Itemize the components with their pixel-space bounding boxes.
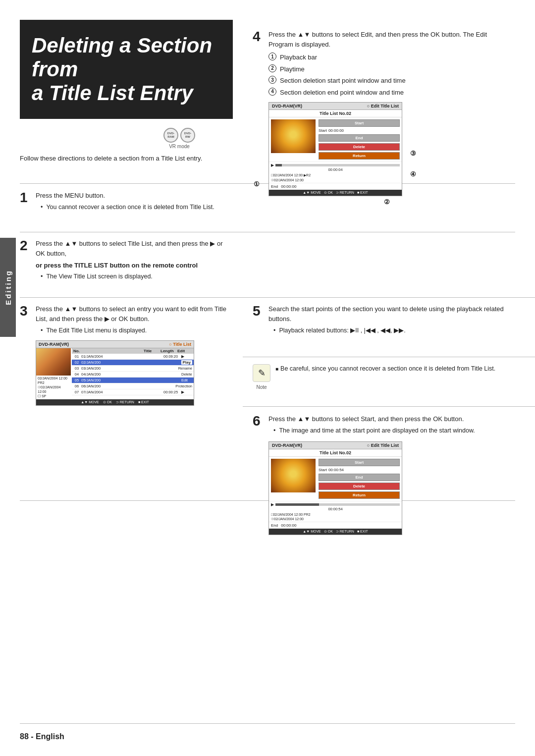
screen-2-thumbnail [271, 119, 316, 153]
screen-1-container: DVD-RAM(VR) ○ Title List 02/JAN/2004 12:… [36, 340, 233, 405]
step-5: 5 Search the start points of the section… [253, 304, 505, 335]
screen-1-table: No. Title Length Edit 0101/JAN/200400:09… [72, 348, 194, 399]
delete-btn-3[interactable]: Delete [319, 483, 400, 490]
dvd-rw-icon: DVD-RW [180, 128, 195, 143]
annotation-3: ③ [410, 150, 416, 157]
step-4-item-1: 1 Playback bar [268, 53, 505, 62]
screen-2-info2: ☉02/JAN/2004 12:00 [269, 178, 402, 183]
step-2-bullet: The View Title List screen is displayed. [41, 272, 233, 281]
screen-1-bottom: ▲▼ MOVE ⊙ OK ⊃ RETURN ■ EXIT [36, 399, 194, 405]
screen-3-thumbnail [271, 459, 316, 492]
screen-2-controls: Start Start 00:00:00 End Delete Return [319, 119, 400, 160]
circle-2: 2 [268, 64, 276, 72]
step-6: 6 Press the ▲▼ buttons to select Start, … [253, 414, 505, 535]
screen-1-thumb-area: 02/JAN/2004 12:00 PR2 ☉02/JAN/2004 12:00… [36, 348, 72, 399]
divider-5 [243, 297, 535, 298]
intro-text: Follow these directions to delete a sect… [20, 154, 228, 163]
start-btn-3[interactable]: Start [319, 459, 400, 466]
table-row: 0505/JAN/200Edit [72, 378, 194, 383]
screen-2-body: Start Start 00:00:00 End Delete Return [269, 117, 402, 162]
mode-label: VR mode [169, 144, 190, 149]
screen-3-end-row: End 00:00:00 [269, 522, 402, 529]
step-3-content: Press the ▲▼ buttons to select an entry … [36, 304, 233, 406]
step-4: 4 Press the ▲▼ buttons to select Edit, a… [253, 30, 505, 206]
step-4-item-4: 4 Section deletion end point window and … [268, 88, 505, 98]
step-3: 3 Press the ▲▼ buttons to select an entr… [20, 304, 233, 406]
step-5-number: 5 [253, 304, 264, 335]
note-section: ✎ Note Be careful, since you cannot reco… [253, 364, 505, 390]
step-4-item-2: 2 Playtime [268, 64, 505, 74]
screen-1-thumbnail [36, 348, 71, 376]
screen-2-end-row: End 00:00:00 [269, 183, 402, 190]
start-btn[interactable]: Start [319, 119, 400, 127]
step-6-content: Press the ▲▼ buttons to select Start, an… [268, 414, 505, 535]
screen-2-title: Title List No.02 [269, 110, 402, 117]
mode-icons: DVD-RAM DVD-RW VR mode [163, 128, 195, 149]
screen-2-container: ① ③ ④ DVD-RAM(VR) ○ Edit Title List Titl… [268, 102, 505, 206]
screen-3-container: DVD-RAM(VR) ○ Edit Title List Title List… [268, 441, 505, 535]
screen-3-title: Title List No.02 [269, 449, 402, 457]
screen-2-info: □02/JAN/2004 12:00 ▶R2 [269, 173, 402, 178]
delete-btn[interactable]: Delete [319, 143, 400, 151]
end-btn[interactable]: End [319, 134, 400, 142]
return-btn[interactable]: Return [319, 152, 400, 160]
circle-1: 1 [268, 53, 276, 60]
step-3-bullet: The Edit Title List menu is displayed. [41, 326, 233, 335]
note-label: Note [256, 384, 267, 390]
step-5-bullet: Playback related buttons: ▶II , |◀◀ , ◀◀… [273, 326, 505, 335]
end-btn-3[interactable]: End [319, 474, 400, 481]
playback-bar-3 [275, 503, 400, 506]
note-content: Be careful, since you cannot recover a s… [275, 364, 505, 374]
side-tab-label: Editing [4, 270, 12, 305]
page-number: 88 - English [20, 732, 64, 741]
screen-3-bottom: ▲▼ MOVE ⊙ OK ⊃ RETURN ■ EXIT [269, 529, 402, 535]
table-row: 0606/JAN/200Protection [72, 383, 194, 389]
playback-bar [275, 164, 400, 166]
screen-3-controls: Start Start 00:00:54 End Delete Return [319, 459, 400, 499]
disc-icons-row: DVD-RAM DVD-RW [163, 128, 195, 143]
screen-3: DVD-RAM(VR) ○ Edit Title List Title List… [268, 441, 402, 535]
divider-6 [243, 357, 535, 357]
screen-3-body: Start Start 00:00:54 End Delete Return [269, 457, 402, 501]
table-row: 0303/JAN/200Rename [72, 366, 194, 372]
step-1-number: 1 [20, 191, 31, 212]
step-5-content: Search the start points of the section y… [268, 304, 505, 335]
annotation-2: ② [268, 198, 505, 206]
circle-3: 3 [268, 76, 276, 84]
step-4-content: Press the ▲▼ buttons to select Edit, and… [268, 30, 505, 206]
side-tab: Editing [0, 238, 16, 337]
screen-2-header: DVD-RAM(VR) ○ Edit Title List [269, 103, 402, 110]
step-2: 2 Press the ▲▼ buttons to select Title L… [20, 239, 233, 281]
screen-1: DVD-RAM(VR) ○ Title List 02/JAN/2004 12:… [36, 340, 194, 405]
screen-3-info2: ☉02/JAN/2004 12:00 [269, 517, 402, 522]
step-2-number: 2 [20, 239, 31, 281]
step-1: 1 Press the MENU button. You cannot reco… [20, 191, 228, 212]
table-row: 0101/JAN/200400:09:20▶ [72, 354, 194, 360]
step-6-bullet: The image and time at the start point ar… [273, 426, 505, 435]
table-row: 0202/JAN/200Play [72, 360, 194, 366]
page-title: Deleting a Section from a Title List Ent… [32, 34, 221, 106]
divider-bottom [20, 723, 515, 724]
divider-7 [243, 406, 535, 407]
screen-2-bottom: ▲▼ MOVE ⊙ OK ⊃ RETURN ■ EXIT [269, 190, 402, 196]
screen-3-header: DVD-RAM(VR) ○ Edit Title List [269, 442, 402, 449]
title-section: Deleting a Section from a Title List Ent… [20, 20, 233, 119]
screen-1-header: DVD-RAM(VR) ○ Title List [36, 341, 194, 348]
table-row: 0404/JAN/200Delete [72, 372, 194, 378]
step-4-item-3: 3 Section deletion start point window an… [268, 76, 505, 86]
screen-1-body: 02/JAN/2004 12:00 PR2 ☉02/JAN/2004 12:00… [36, 348, 194, 399]
annotation-1: ① [254, 180, 260, 188]
dvd-ram-icon: DVD-RAM [163, 128, 178, 143]
step-1-content: Press the MENU button. You cannot recove… [36, 191, 228, 212]
screen-2: DVD-RAM(VR) ○ Edit Title List Title List… [268, 102, 402, 196]
step-2-content: Press the ▲▼ buttons to select Title Lis… [36, 239, 233, 281]
step-4-number: 4 [253, 30, 264, 206]
return-btn-3[interactable]: Return [319, 491, 400, 499]
note-icon: ✎ [253, 364, 270, 382]
annotation-4: ④ [410, 170, 416, 178]
table-row: 0707/JAN/200400:00:25▶ [72, 389, 194, 395]
step-3-number: 3 [20, 304, 31, 406]
screen-3-info: □02/JAN/2004 12:00 PR2 [269, 512, 402, 517]
divider-2 [20, 232, 515, 232]
circle-4: 4 [268, 88, 276, 96]
